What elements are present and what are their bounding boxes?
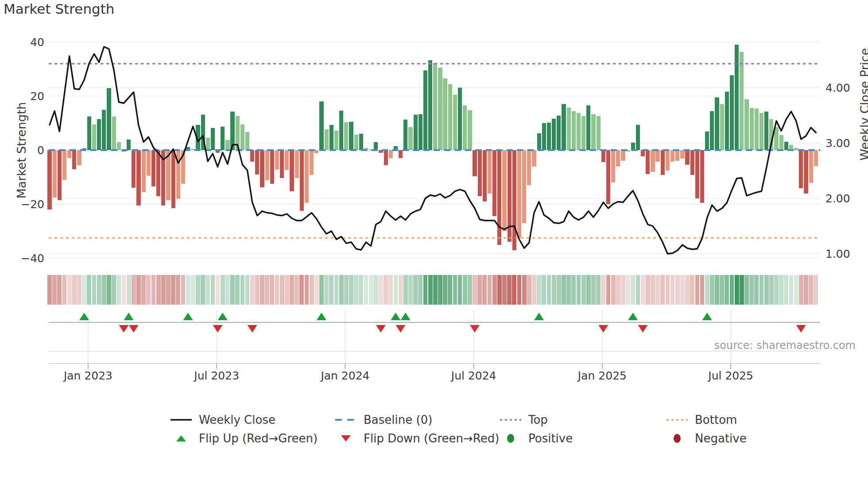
legend-item-bottom: Bottom <box>666 411 737 429</box>
legend-item-positive: Positive <box>499 430 573 447</box>
top-dotted-line-icon <box>499 414 522 425</box>
legend-label: Top <box>528 413 548 426</box>
svg-text:1.00: 1.00 <box>825 248 850 260</box>
legend-item-flip-up: Flip Up (Red→Green) <box>170 430 318 447</box>
svg-text:4.00: 4.00 <box>825 81 850 94</box>
legend-label: Flip Up (Red→Green) <box>199 432 318 445</box>
svg-text:Jan 2024: Jan 2024 <box>320 369 369 382</box>
market-strength-chart: Market Strength Market Strength Weekly C… <box>0 0 868 488</box>
legend-label: Bottom <box>695 413 737 426</box>
source-note: source: sharemaestro.com <box>714 339 856 352</box>
legend-item-baseline: Baseline (0) <box>334 411 432 429</box>
svg-text:0: 0 <box>37 144 44 157</box>
svg-text:40: 40 <box>30 36 44 49</box>
svg-text:Jan 2023: Jan 2023 <box>63 369 112 382</box>
svg-text:20: 20 <box>30 90 44 103</box>
svg-text:Jul 2023: Jul 2023 <box>193 369 239 382</box>
legend-item-flip-down: Flip Down (Green→Red) <box>334 430 499 447</box>
flip-up-markers <box>79 313 712 320</box>
bottom-dotted-line-icon <box>666 414 689 425</box>
negative-dot-icon <box>666 433 689 444</box>
legend-label: Negative <box>695 432 747 445</box>
legend-label: Weekly Close <box>199 413 275 426</box>
svg-text:2.00: 2.00 <box>825 192 850 205</box>
legend-label: Flip Down (Green→Red) <box>364 432 499 445</box>
svg-text:−20: −20 <box>21 198 44 211</box>
legend-label: Positive <box>528 432 573 445</box>
strength-bars <box>47 45 818 250</box>
legend: Weekly Close Baseline (0) Top Bottom Fli… <box>0 407 868 451</box>
svg-text:Jan 2025: Jan 2025 <box>577 369 627 382</box>
svg-text:Jul 2025: Jul 2025 <box>707 369 753 382</box>
svg-text:Jul 2024: Jul 2024 <box>450 369 496 382</box>
flip-up-triangle-icon <box>170 433 193 444</box>
weekly-close-line-icon <box>170 414 193 425</box>
positive-dot-icon <box>499 433 522 444</box>
legend-label: Baseline (0) <box>364 413 432 426</box>
legend-item-negative: Negative <box>666 430 747 447</box>
legend-item-weekly-close: Weekly Close <box>170 411 275 429</box>
heatmap-strip <box>47 275 818 305</box>
svg-text:−40: −40 <box>21 252 44 265</box>
flip-down-markers <box>119 325 806 333</box>
svg-text:3.00: 3.00 <box>825 137 850 150</box>
flip-down-triangle-icon <box>334 433 357 444</box>
legend-item-top: Top <box>499 411 548 429</box>
baseline-dash-icon <box>334 414 357 425</box>
